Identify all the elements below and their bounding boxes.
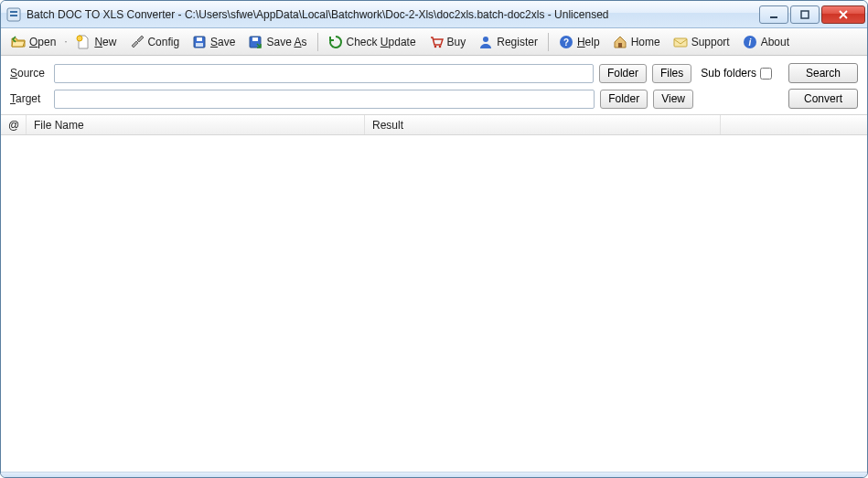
target-row: Target Folder View Convert xyxy=(10,89,858,109)
save-icon xyxy=(192,35,207,49)
svg-rect-1 xyxy=(10,11,17,13)
buy-label: Buy xyxy=(447,36,466,48)
home-label: Home xyxy=(631,36,660,48)
buy-button[interactable]: Buy xyxy=(423,31,473,53)
toolbar-separator xyxy=(548,33,549,51)
subfolders-checkbox-group[interactable]: Sub folders xyxy=(701,67,772,80)
svg-rect-3 xyxy=(770,16,777,18)
save-as-button[interactable]: Save As xyxy=(241,31,313,53)
config-button[interactable]: Config xyxy=(123,31,186,53)
target-folder-button[interactable]: Folder xyxy=(600,90,648,109)
svg-rect-2 xyxy=(10,15,17,16)
save-label: Save xyxy=(210,36,235,48)
search-button[interactable]: Search xyxy=(788,63,858,83)
svg-point-13 xyxy=(483,37,488,42)
convert-button[interactable]: Convert xyxy=(788,89,858,109)
target-label: Target xyxy=(10,92,48,105)
check-update-label: Check Update xyxy=(347,36,416,48)
io-panel: Source Folder Files Sub folders Search T… xyxy=(1,56,867,115)
toolbar-separator xyxy=(317,33,318,51)
support-label: Support xyxy=(691,36,730,48)
column-filename[interactable]: File Name xyxy=(27,115,365,134)
home-icon xyxy=(613,35,627,49)
svg-point-12 xyxy=(438,45,441,48)
main-toolbar: Open New Config Save Save As Check Updat… xyxy=(1,28,867,56)
svg-rect-4 xyxy=(801,11,809,18)
source-folder-button[interactable]: Folder xyxy=(599,64,647,83)
minimize-button[interactable] xyxy=(759,5,788,24)
maximize-button[interactable] xyxy=(790,5,820,24)
app-icon xyxy=(6,7,21,22)
svg-rect-10 xyxy=(252,37,258,41)
help-label: Help xyxy=(577,36,600,48)
new-button[interactable]: New xyxy=(70,31,123,53)
window-controls xyxy=(759,5,865,24)
open-dropdown[interactable] xyxy=(62,40,70,44)
source-input[interactable] xyxy=(54,64,594,83)
new-file-icon xyxy=(76,35,91,49)
config-icon xyxy=(129,35,144,49)
update-icon xyxy=(328,35,343,49)
source-row: Source Folder Files Sub folders Search xyxy=(10,63,858,83)
title-bar: Batch DOC TO XLS Converter - C:\Users\sf… xyxy=(1,1,867,28)
open-button[interactable]: Open xyxy=(5,31,62,53)
support-button[interactable]: Support xyxy=(667,31,736,53)
buy-icon xyxy=(429,35,444,49)
subfolders-label: Sub folders xyxy=(701,67,756,80)
window-title: Batch DOC TO XLS Converter - C:\Users\sf… xyxy=(27,8,759,21)
svg-point-5 xyxy=(77,36,82,41)
svg-text:?: ? xyxy=(563,37,569,48)
target-input[interactable] xyxy=(54,90,595,109)
help-icon: ? xyxy=(559,35,573,49)
about-icon: i xyxy=(743,35,757,49)
column-spacer xyxy=(721,115,867,134)
svg-rect-17 xyxy=(674,38,687,47)
source-label: Source xyxy=(10,67,48,80)
save-as-label: Save As xyxy=(266,36,306,48)
source-files-button[interactable]: Files xyxy=(652,64,691,83)
column-at[interactable]: @ xyxy=(1,115,27,134)
subfolders-checkbox[interactable] xyxy=(760,68,772,80)
close-button[interactable] xyxy=(821,5,865,24)
open-label: Open xyxy=(29,36,56,48)
target-view-button[interactable]: View xyxy=(653,90,693,109)
new-label: New xyxy=(94,36,116,48)
svg-rect-8 xyxy=(196,43,203,47)
register-button[interactable]: Register xyxy=(472,31,544,53)
about-button[interactable]: i About xyxy=(736,31,796,53)
window-footer-border xyxy=(1,472,867,477)
register-icon xyxy=(478,35,493,49)
config-label: Config xyxy=(147,36,179,48)
save-as-icon xyxy=(248,35,263,49)
grid-header: @ File Name Result xyxy=(1,115,867,135)
grid-body[interactable] xyxy=(1,135,867,472)
save-button[interactable]: Save xyxy=(186,31,241,53)
home-button[interactable]: Home xyxy=(606,31,667,53)
folder-open-icon xyxy=(11,35,26,49)
check-update-button[interactable]: Check Update xyxy=(322,31,423,53)
help-button[interactable]: ? Help xyxy=(552,31,606,53)
about-label: About xyxy=(761,36,789,48)
svg-rect-16 xyxy=(618,43,622,48)
register-label: Register xyxy=(497,36,538,48)
column-result[interactable]: Result xyxy=(365,115,721,134)
svg-rect-7 xyxy=(197,37,202,41)
svg-text:i: i xyxy=(748,37,751,48)
support-icon xyxy=(673,35,688,49)
svg-point-11 xyxy=(434,45,436,48)
